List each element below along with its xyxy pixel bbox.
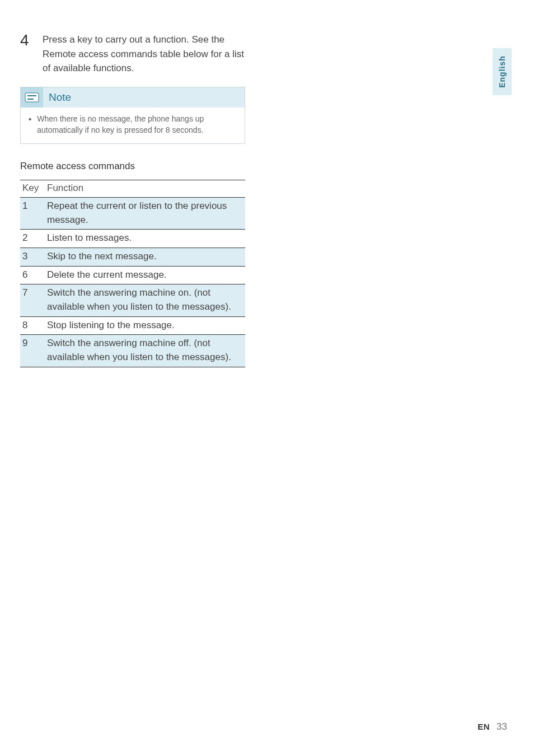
- note-label: Note: [49, 91, 71, 104]
- cell-function: Listen to messages.: [45, 230, 245, 248]
- note-text: When there is no message, the phone hang…: [37, 113, 237, 136]
- table-header-row: Key Function: [20, 180, 245, 198]
- note-box: Note • When there is no message, the pho…: [20, 87, 245, 144]
- note-bullet: • When there is no message, the phone ha…: [29, 113, 237, 136]
- cell-function: Delete the current message.: [45, 266, 245, 284]
- language-tab: English: [493, 48, 512, 95]
- cell-key: 6: [20, 266, 45, 284]
- table-row: 6Delete the current message.: [20, 266, 245, 284]
- footer-page: 33: [496, 721, 507, 732]
- note-label-wrap: Note: [43, 87, 245, 108]
- cell-function: Switch the answering machine on. (not av…: [45, 284, 245, 316]
- step-number: 4: [20, 32, 34, 76]
- cell-key: 2: [20, 230, 45, 248]
- table-row: 2Listen to messages.: [20, 230, 245, 248]
- cell-key: 9: [20, 335, 45, 367]
- table-row: 1Repeat the current or listen to the pre…: [20, 198, 245, 230]
- page-root: 4 Press a key to carry out a function. S…: [0, 0, 534, 756]
- table-row: 7Switch the answering machine on. (not a…: [20, 284, 245, 316]
- step-text: Press a key to carry out a function. See…: [43, 32, 245, 76]
- table-title: Remote access commands: [20, 161, 245, 172]
- header-function: Function: [45, 180, 245, 198]
- cell-key: 1: [20, 198, 45, 230]
- commands-table: Key Function 1Repeat the current or list…: [20, 180, 245, 367]
- cell-function: Repeat the current or listen to the prev…: [45, 198, 245, 230]
- cell-function: Skip to the next message.: [45, 248, 245, 267]
- svg-rect-0: [25, 93, 39, 102]
- cell-function: Switch the answering machine off. (not a…: [45, 335, 245, 367]
- table-row: 8Stop listening to the message.: [20, 316, 245, 335]
- cell-key: 8: [20, 316, 45, 335]
- table-row: 3Skip to the next message.: [20, 248, 245, 267]
- step-block: 4 Press a key to carry out a function. S…: [20, 32, 245, 76]
- cell-function: Stop listening to the message.: [45, 316, 245, 335]
- bullet-dot: •: [29, 113, 31, 136]
- cell-key: 3: [20, 248, 45, 267]
- note-icon: [21, 87, 43, 108]
- table-row: 9Switch the answering machine off. (not …: [20, 335, 245, 367]
- page-footer: EN 33: [477, 721, 507, 732]
- header-key: Key: [20, 180, 45, 198]
- language-tab-label: English: [498, 55, 507, 88]
- footer-lang: EN: [477, 722, 490, 731]
- main-column: 4 Press a key to carry out a function. S…: [20, 32, 245, 367]
- note-body: • When there is no message, the phone ha…: [21, 108, 245, 144]
- cell-key: 7: [20, 284, 45, 316]
- note-header: Note: [21, 87, 245, 108]
